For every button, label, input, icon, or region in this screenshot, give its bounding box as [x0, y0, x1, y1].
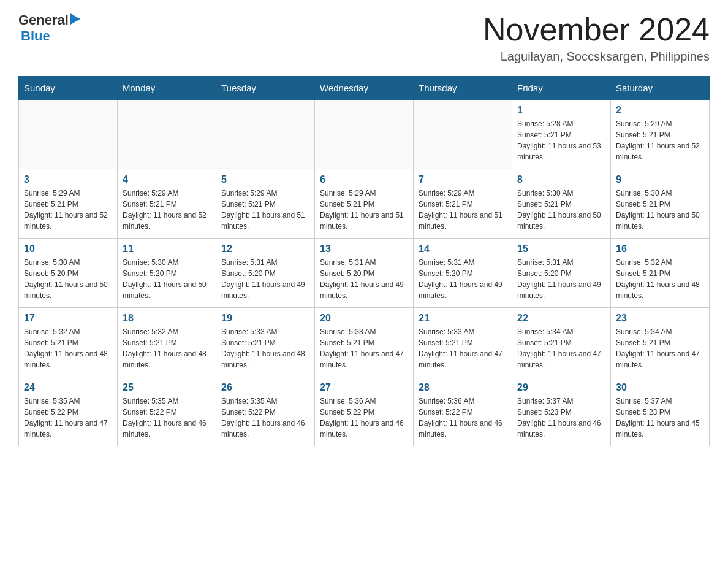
days-of-week-row: SundayMondayTuesdayWednesdayThursdayFrid…	[19, 77, 710, 100]
calendar-table: SundayMondayTuesdayWednesdayThursdayFrid…	[18, 76, 710, 446]
day-number: 20	[320, 313, 408, 324]
calendar-day-cell	[118, 100, 216, 169]
day-number: 30	[616, 382, 704, 393]
day-number: 11	[123, 243, 211, 255]
calendar-day-cell	[414, 100, 512, 169]
calendar-day-cell: 8Sunrise: 5:30 AM Sunset: 5:21 PM Daylig…	[512, 169, 611, 239]
calendar-day-cell: 13Sunrise: 5:31 AM Sunset: 5:20 PM Dayli…	[315, 239, 414, 308]
day-sun-info: Sunrise: 5:30 AM Sunset: 5:21 PM Dayligh…	[616, 188, 704, 232]
day-number: 24	[24, 382, 112, 393]
day-sun-info: Sunrise: 5:30 AM Sunset: 5:20 PM Dayligh…	[123, 257, 211, 301]
day-sun-info: Sunrise: 5:33 AM Sunset: 5:21 PM Dayligh…	[221, 326, 309, 370]
calendar-day-cell: 11Sunrise: 5:30 AM Sunset: 5:20 PM Dayli…	[118, 239, 216, 308]
calendar-day-cell: 2Sunrise: 5:29 AM Sunset: 5:21 PM Daylig…	[611, 100, 710, 169]
day-sun-info: Sunrise: 5:37 AM Sunset: 5:23 PM Dayligh…	[616, 396, 704, 440]
calendar-day-cell: 3Sunrise: 5:29 AM Sunset: 5:21 PM Daylig…	[19, 169, 118, 239]
day-sun-info: Sunrise: 5:36 AM Sunset: 5:22 PM Dayligh…	[419, 396, 507, 440]
day-sun-info: Sunrise: 5:29 AM Sunset: 5:21 PM Dayligh…	[320, 188, 408, 232]
day-sun-info: Sunrise: 5:29 AM Sunset: 5:21 PM Dayligh…	[24, 188, 112, 232]
calendar-day-cell: 20Sunrise: 5:33 AM Sunset: 5:21 PM Dayli…	[315, 308, 414, 377]
day-number: 1	[517, 105, 605, 116]
day-number: 15	[517, 243, 605, 255]
day-sun-info: Sunrise: 5:37 AM Sunset: 5:23 PM Dayligh…	[517, 396, 605, 440]
day-sun-info: Sunrise: 5:29 AM Sunset: 5:21 PM Dayligh…	[616, 118, 704, 163]
day-sun-info: Sunrise: 5:31 AM Sunset: 5:20 PM Dayligh…	[419, 257, 507, 301]
calendar-day-cell: 10Sunrise: 5:30 AM Sunset: 5:20 PM Dayli…	[19, 239, 118, 308]
day-number: 8	[517, 174, 605, 185]
day-number: 18	[123, 313, 211, 324]
title-area: November 2024 Laguilayan, Soccsksargen, …	[483, 12, 710, 64]
location-subtitle: Laguilayan, Soccsksargen, Philippines	[483, 50, 710, 64]
calendar-day-cell: 16Sunrise: 5:32 AM Sunset: 5:21 PM Dayli…	[611, 239, 710, 308]
calendar-day-cell	[19, 100, 118, 169]
day-number: 21	[419, 313, 507, 324]
calendar-day-cell: 7Sunrise: 5:29 AM Sunset: 5:21 PM Daylig…	[414, 169, 512, 239]
month-year-title: November 2024	[483, 12, 710, 47]
day-sun-info: Sunrise: 5:36 AM Sunset: 5:22 PM Dayligh…	[320, 396, 408, 440]
day-sun-info: Sunrise: 5:31 AM Sunset: 5:20 PM Dayligh…	[517, 257, 605, 301]
day-number: 6	[320, 174, 408, 185]
calendar-body: 1Sunrise: 5:28 AM Sunset: 5:21 PM Daylig…	[19, 100, 710, 446]
day-number: 2	[616, 105, 704, 116]
day-of-week-header: Tuesday	[216, 77, 315, 100]
day-number: 28	[419, 382, 507, 393]
day-of-week-header: Sunday	[19, 77, 118, 100]
day-of-week-header: Thursday	[414, 77, 512, 100]
logo-blue-text: Blue	[21, 28, 50, 44]
calendar-week-row: 3Sunrise: 5:29 AM Sunset: 5:21 PM Daylig…	[19, 169, 710, 239]
day-sun-info: Sunrise: 5:30 AM Sunset: 5:20 PM Dayligh…	[24, 257, 112, 301]
calendar-day-cell: 1Sunrise: 5:28 AM Sunset: 5:21 PM Daylig…	[512, 100, 611, 169]
day-number: 3	[24, 174, 112, 185]
day-number: 4	[123, 174, 211, 185]
logo: General Blue	[18, 12, 80, 44]
day-number: 7	[419, 174, 507, 185]
day-number: 26	[221, 382, 309, 393]
day-number: 12	[221, 243, 309, 255]
logo-general-text: General	[18, 12, 69, 28]
day-number: 17	[24, 313, 112, 324]
day-number: 14	[419, 243, 507, 255]
calendar-day-cell: 19Sunrise: 5:33 AM Sunset: 5:21 PM Dayli…	[216, 308, 315, 377]
day-number: 13	[320, 243, 408, 255]
calendar-day-cell	[216, 100, 315, 169]
day-number: 5	[221, 174, 309, 185]
logo-triangle-icon	[70, 13, 80, 27]
calendar-day-cell: 21Sunrise: 5:33 AM Sunset: 5:21 PM Dayli…	[414, 308, 512, 377]
calendar-day-cell: 23Sunrise: 5:34 AM Sunset: 5:21 PM Dayli…	[611, 308, 710, 377]
day-number: 10	[24, 243, 112, 255]
calendar-day-cell: 18Sunrise: 5:32 AM Sunset: 5:21 PM Dayli…	[118, 308, 216, 377]
day-sun-info: Sunrise: 5:32 AM Sunset: 5:21 PM Dayligh…	[123, 326, 211, 370]
calendar-day-cell: 24Sunrise: 5:35 AM Sunset: 5:22 PM Dayli…	[19, 377, 118, 446]
page-header: General Blue November 2024 Laguilayan, S…	[18, 12, 710, 64]
day-sun-info: Sunrise: 5:29 AM Sunset: 5:21 PM Dayligh…	[123, 188, 211, 232]
calendar-week-row: 10Sunrise: 5:30 AM Sunset: 5:20 PM Dayli…	[19, 239, 710, 308]
calendar-day-cell: 14Sunrise: 5:31 AM Sunset: 5:20 PM Dayli…	[414, 239, 512, 308]
calendar-day-cell: 29Sunrise: 5:37 AM Sunset: 5:23 PM Dayli…	[512, 377, 611, 446]
calendar-week-row: 17Sunrise: 5:32 AM Sunset: 5:21 PM Dayli…	[19, 308, 710, 377]
day-sun-info: Sunrise: 5:28 AM Sunset: 5:21 PM Dayligh…	[517, 118, 605, 163]
day-sun-info: Sunrise: 5:31 AM Sunset: 5:20 PM Dayligh…	[221, 257, 309, 301]
calendar-week-row: 24Sunrise: 5:35 AM Sunset: 5:22 PM Dayli…	[19, 377, 710, 446]
day-sun-info: Sunrise: 5:35 AM Sunset: 5:22 PM Dayligh…	[221, 396, 309, 440]
calendar-day-cell: 26Sunrise: 5:35 AM Sunset: 5:22 PM Dayli…	[216, 377, 315, 446]
calendar-day-cell: 15Sunrise: 5:31 AM Sunset: 5:20 PM Dayli…	[512, 239, 611, 308]
day-sun-info: Sunrise: 5:33 AM Sunset: 5:21 PM Dayligh…	[419, 326, 507, 370]
svg-marker-0	[70, 13, 80, 25]
day-of-week-header: Wednesday	[315, 77, 414, 100]
day-sun-info: Sunrise: 5:33 AM Sunset: 5:21 PM Dayligh…	[320, 326, 408, 370]
calendar-day-cell	[315, 100, 414, 169]
day-number: 25	[123, 382, 211, 393]
calendar-day-cell: 27Sunrise: 5:36 AM Sunset: 5:22 PM Dayli…	[315, 377, 414, 446]
day-number: 29	[517, 382, 605, 393]
calendar-day-cell: 25Sunrise: 5:35 AM Sunset: 5:22 PM Dayli…	[118, 377, 216, 446]
day-number: 23	[616, 313, 704, 324]
calendar-day-cell: 22Sunrise: 5:34 AM Sunset: 5:21 PM Dayli…	[512, 308, 611, 377]
day-number: 22	[517, 313, 605, 324]
day-number: 27	[320, 382, 408, 393]
calendar-day-cell: 9Sunrise: 5:30 AM Sunset: 5:21 PM Daylig…	[611, 169, 710, 239]
calendar-day-cell: 5Sunrise: 5:29 AM Sunset: 5:21 PM Daylig…	[216, 169, 315, 239]
calendar-day-cell: 17Sunrise: 5:32 AM Sunset: 5:21 PM Dayli…	[19, 308, 118, 377]
calendar-day-cell: 12Sunrise: 5:31 AM Sunset: 5:20 PM Dayli…	[216, 239, 315, 308]
day-sun-info: Sunrise: 5:34 AM Sunset: 5:21 PM Dayligh…	[517, 326, 605, 370]
day-of-week-header: Saturday	[611, 77, 710, 100]
